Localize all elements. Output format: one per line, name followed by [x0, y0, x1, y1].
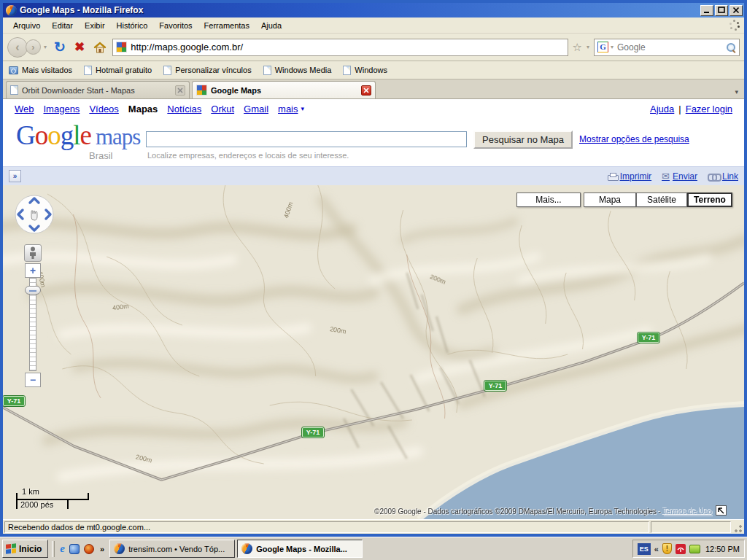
envelope-icon: ✉: [662, 171, 670, 182]
link-videos[interactable]: Vídeos: [89, 104, 118, 114]
tab-orbit-downloader[interactable]: Orbit Downloader Start - Mapas: [6, 81, 190, 98]
menu-ajuda[interactable]: Ajuda: [255, 19, 287, 32]
bookmark-windows-media[interactable]: Windows Media: [263, 66, 332, 75]
taskbar-button-trensim[interactable]: trensim.com • Vendo Tóp...: [109, 540, 235, 558]
link-mais[interactable]: mais: [278, 104, 298, 114]
engine-dropdown-icon[interactable]: ▾: [611, 44, 614, 50]
logo-product: maps: [96, 124, 140, 149]
map-type-button-terreno[interactable]: Terreno: [687, 192, 732, 207]
google-maps-header: Googlemaps Brasil Localize empresas, end…: [3, 118, 744, 166]
print-link[interactable]: Imprimir: [608, 171, 651, 182]
bookmark-personalizar[interactable]: Personalizar vínculos: [163, 66, 252, 75]
tab-close-button[interactable]: [361, 85, 371, 96]
web-search-input[interactable]: [617, 42, 724, 52]
separator: |: [678, 104, 681, 114]
resize-grip[interactable]: [732, 521, 743, 533]
bookmark-hotmail[interactable]: Hotmail gratuito: [84, 66, 152, 75]
pan-control[interactable]: [13, 193, 55, 238]
smart-folder-icon: [9, 66, 18, 74]
terms-of-use-link[interactable]: Termos de Uso: [663, 508, 712, 516]
link-noticias[interactable]: Notícias: [167, 104, 201, 114]
language-indicator[interactable]: ES: [638, 543, 651, 555]
history-dropdown-icon[interactable]: ▾: [44, 44, 47, 50]
quick-launch-overflow-icon[interactable]: »: [98, 545, 106, 553]
start-button[interactable]: Inicio: [2, 540, 48, 558]
menu-historico[interactable]: Histórico: [111, 19, 154, 32]
stop-button[interactable]: ✖: [71, 41, 88, 53]
page-content: Web Imagens Vídeos Mapas Notícias Orkut …: [3, 99, 744, 519]
minimize-button[interactable]: [700, 5, 713, 16]
tab-favicon-icon: [10, 85, 18, 95]
close-button[interactable]: [729, 5, 743, 16]
more-button[interactable]: Mais...: [516, 192, 581, 207]
forward-button[interactable]: ›: [26, 39, 41, 55]
avira-antivirus-icon[interactable]: [676, 544, 686, 554]
map-type-button-satelite[interactable]: Satélite: [636, 192, 687, 207]
back-button[interactable]: ‹: [7, 37, 28, 58]
zoom-out-button[interactable]: −: [25, 373, 41, 387]
street-view-pegman[interactable]: [24, 244, 42, 262]
tab-title: Google Maps: [211, 86, 357, 95]
mais-dropdown-icon[interactable]: ▾: [301, 105, 305, 112]
maximize-button[interactable]: [715, 5, 728, 16]
tab-close-button[interactable]: [175, 85, 185, 96]
tab-title: Orbit Downloader Start - Mapas: [22, 86, 171, 95]
road-shield: Y-71: [638, 332, 659, 343]
search-engine-icon[interactable]: G: [597, 42, 608, 52]
search-box[interactable]: G ▾: [594, 39, 740, 56]
zoom-in-button[interactable]: +: [25, 263, 41, 278]
search-icon[interactable]: [726, 42, 736, 52]
url-input[interactable]: [131, 42, 564, 52]
bookmark-star-icon[interactable]: ☆: [571, 41, 584, 54]
taskbar-button-google-maps[interactable]: Google Maps - Mozilla...: [237, 540, 363, 558]
map-search-input[interactable]: [146, 131, 467, 147]
map-canvas[interactable]: 400m 200m 400m 200m 200m 400m Y-71 Y-71 …: [3, 185, 744, 519]
home-button[interactable]: [90, 42, 109, 53]
window-title: Google Maps - Mozilla Firefox: [20, 5, 699, 15]
search-map-button[interactable]: Pesquisar no Mapa: [473, 131, 573, 149]
internet-explorer-icon[interactable]: e: [60, 542, 65, 555]
firefox-icon: [241, 543, 252, 554]
link-gmail[interactable]: Gmail: [244, 104, 268, 114]
link-imagens[interactable]: Imagens: [44, 104, 80, 114]
home-icon: [93, 42, 107, 53]
taskbar-clock[interactable]: 12:50 PM: [704, 545, 740, 553]
bookmark-label: Windows Media: [275, 66, 332, 74]
volume-icon[interactable]: [689, 545, 700, 553]
title-bar: Google Maps - Mozilla Firefox: [3, 3, 744, 18]
search-options-link[interactable]: Mostrar opções de pesquisa: [579, 134, 689, 144]
zoom-slider-handle[interactable]: [25, 286, 41, 295]
arrow-up-left-icon: [718, 508, 724, 514]
orbit-downloader-icon[interactable]: [84, 544, 94, 554]
menu-exibir[interactable]: Exibir: [79, 19, 111, 32]
tab-google-maps[interactable]: Google Maps: [192, 81, 376, 98]
taskbar: Inicio e » trensim.com • Vendo Tóp... Go…: [0, 537, 747, 560]
bookmark-label: Hotmail gratuito: [96, 66, 152, 74]
menu-editar[interactable]: Editar: [46, 19, 79, 32]
bookmark-windows[interactable]: Windows: [343, 66, 387, 75]
send-link[interactable]: ✉ Enviar: [662, 171, 697, 182]
bookmark-mais-visitados[interactable]: Mais visitados: [9, 66, 72, 74]
bookmark-dropdown-icon[interactable]: ▾: [587, 44, 589, 50]
link-link[interactable]: Link: [708, 171, 738, 182]
collapse-map-button[interactable]: [716, 505, 727, 516]
map-type-button-mapa[interactable]: Mapa: [584, 192, 636, 207]
menu-ferramentas[interactable]: Ferramentas: [198, 19, 255, 32]
outlook-express-icon[interactable]: [69, 544, 80, 554]
status-text: Recebendo dados de mt0.google.com...: [4, 521, 649, 533]
url-bar[interactable]: [112, 39, 568, 56]
security-shield-icon[interactable]: !: [662, 543, 672, 554]
link-fazer-login[interactable]: Fazer login: [686, 104, 732, 114]
link-ajuda[interactable]: Ajuda: [650, 104, 674, 114]
tray-collapse-icon[interactable]: «: [654, 545, 659, 553]
close-icon: [177, 88, 183, 93]
reload-button[interactable]: ↻: [51, 40, 69, 54]
menu-arquivo[interactable]: Arquivo: [7, 19, 46, 32]
expand-sidebar-button[interactable]: »: [9, 170, 21, 182]
close-icon: [363, 88, 369, 93]
link-web[interactable]: Web: [15, 104, 34, 114]
link-orkut[interactable]: Orkut: [211, 104, 234, 114]
list-all-tabs-icon[interactable]: ▾: [735, 88, 741, 98]
menu-favoritos[interactable]: Favoritos: [153, 19, 198, 32]
zoom-slider[interactable]: [29, 278, 36, 371]
